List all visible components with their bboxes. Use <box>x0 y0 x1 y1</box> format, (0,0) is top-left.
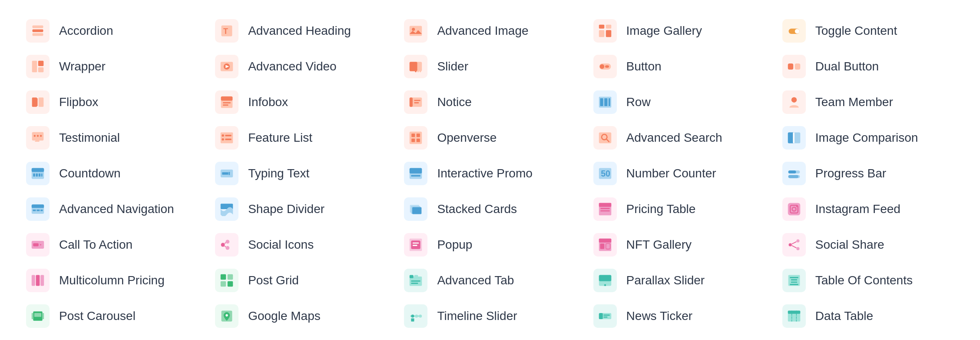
item-label: Advanced Search <box>626 131 722 145</box>
list-item[interactable]: Progress Bar <box>774 156 963 191</box>
item-label: Post Grid <box>248 273 299 287</box>
item-label: Image Comparison <box>815 131 918 145</box>
list-item[interactable]: TAdvanced Heading <box>206 13 395 49</box>
svg-rect-64 <box>228 281 233 287</box>
number-counter-icon: 50 <box>593 162 617 185</box>
list-item[interactable]: Flipbox <box>17 84 206 120</box>
list-item[interactable]: WPForm <box>585 334 774 340</box>
svg-rect-71 <box>410 26 422 36</box>
list-item[interactable]: Infobox <box>206 84 395 120</box>
item-label: Table Of Contents <box>815 273 913 287</box>
accordion-icon <box>26 19 50 43</box>
list-item[interactable]: NFT Gallery <box>585 227 774 263</box>
list-item[interactable]: Advanced Video <box>206 49 395 84</box>
svg-rect-100 <box>414 275 418 278</box>
list-item[interactable]: Advanced Search <box>585 120 774 156</box>
list-item[interactable]: Image Comparison <box>774 120 963 156</box>
list-item[interactable]: Openverse <box>395 120 584 156</box>
image-gallery-icon <box>593 19 617 43</box>
list-item[interactable]: Instagram Feed <box>774 191 963 227</box>
list-item[interactable]: Accordion <box>17 13 206 49</box>
advanced-image-icon <box>404 19 427 43</box>
item-label: Shape Divider <box>248 202 324 216</box>
list-item[interactable]: Social Share <box>774 227 963 263</box>
svg-point-11 <box>37 135 39 137</box>
list-item[interactable]: Google Maps <box>206 298 395 334</box>
list-item[interactable]: Fancy Chart <box>17 334 206 340</box>
svg-rect-130 <box>600 208 609 209</box>
svg-rect-44 <box>221 97 233 101</box>
item-label: Slider <box>437 60 468 73</box>
list-item[interactable]: Team Member <box>774 84 963 120</box>
svg-rect-158 <box>788 170 796 173</box>
list-item[interactable]: Multicolumn Pricing <box>17 263 206 298</box>
list-item[interactable]: Social Icons <box>206 227 395 263</box>
svg-point-140 <box>606 284 607 286</box>
list-item[interactable]: Table Of Contents <box>774 263 963 298</box>
svg-rect-22 <box>36 210 40 211</box>
stacked-cards-icon <box>404 197 427 221</box>
svg-rect-171 <box>790 277 798 278</box>
list-item[interactable]: News Ticker <box>585 298 774 334</box>
list-item[interactable]: Wrapper <box>17 49 206 84</box>
list-item[interactable]: 50Number Counter <box>585 156 774 191</box>
list-item[interactable]: Image Gallery <box>585 13 774 49</box>
svg-rect-63 <box>221 281 226 287</box>
list-item[interactable]: Post Grid <box>206 263 395 298</box>
svg-rect-31 <box>43 313 44 319</box>
list-item[interactable]: Countdown <box>17 156 206 191</box>
list-item[interactable]: Call To Action <box>17 227 206 263</box>
svg-rect-20 <box>32 204 44 208</box>
list-item[interactable]: Feature List <box>206 120 395 156</box>
list-item[interactable]: Typing Text <box>206 156 395 191</box>
list-item[interactable]: Notice <box>395 84 584 120</box>
list-item[interactable]: Advanced Navigation <box>17 191 206 227</box>
list-item[interactable]: Timeline Slider <box>395 298 584 334</box>
item-label: Call To Action <box>59 238 132 252</box>
item-label: Post Carousel <box>59 309 136 323</box>
list-item[interactable]: Advanced Tab <box>395 263 584 298</box>
list-item[interactable]: Popup <box>395 227 584 263</box>
list-item[interactable]: Shape Divider <box>206 191 395 227</box>
svg-point-167 <box>796 247 799 250</box>
svg-point-138 <box>603 284 604 286</box>
list-item[interactable]: Parallax Slider <box>585 263 774 298</box>
list-item[interactable]: Interactive Promo <box>395 156 584 191</box>
svg-rect-6 <box>32 97 37 107</box>
list-item[interactable]: Form Block <box>206 334 395 340</box>
google-maps-icon <box>215 304 238 328</box>
svg-rect-7 <box>39 97 44 107</box>
list-item[interactable]: Fluent Forms <box>395 334 584 340</box>
list-item[interactable]: Stacked Cards <box>395 191 584 227</box>
svg-rect-118 <box>605 65 609 67</box>
advanced-tab-icon <box>404 269 427 292</box>
list-item[interactable]: Advanced Image <box>395 13 584 49</box>
svg-rect-82 <box>410 132 422 144</box>
advanced-search-icon <box>593 126 617 150</box>
list-item[interactable]: Woo Product Grid <box>774 334 963 340</box>
svg-rect-143 <box>603 314 609 316</box>
svg-rect-21 <box>33 210 36 211</box>
svg-rect-172 <box>791 279 797 280</box>
list-item[interactable]: Testimonial <box>17 120 206 156</box>
item-label: Accordion <box>59 24 113 38</box>
svg-rect-152 <box>795 63 800 70</box>
item-label: Multicolumn Pricing <box>59 273 165 287</box>
social-share-icon <box>782 233 806 257</box>
svg-rect-90 <box>413 177 419 179</box>
list-item[interactable]: Toggle Content <box>774 13 963 49</box>
svg-rect-107 <box>411 318 414 321</box>
item-label: Advanced Video <box>248 60 336 73</box>
progress-bar-icon <box>782 162 806 185</box>
list-item[interactable]: Button <box>585 49 774 84</box>
list-item[interactable]: Post Carousel <box>17 298 206 334</box>
svg-rect-134 <box>600 243 604 249</box>
svg-point-153 <box>791 97 797 102</box>
list-item[interactable]: Dual Button <box>774 49 963 84</box>
list-item[interactable]: Slider <box>395 49 584 84</box>
svg-point-105 <box>415 314 418 317</box>
svg-rect-101 <box>411 280 420 282</box>
list-item[interactable]: Pricing Table <box>585 191 774 227</box>
list-item[interactable]: Data Table <box>774 298 963 334</box>
list-item[interactable]: Row <box>585 84 774 120</box>
